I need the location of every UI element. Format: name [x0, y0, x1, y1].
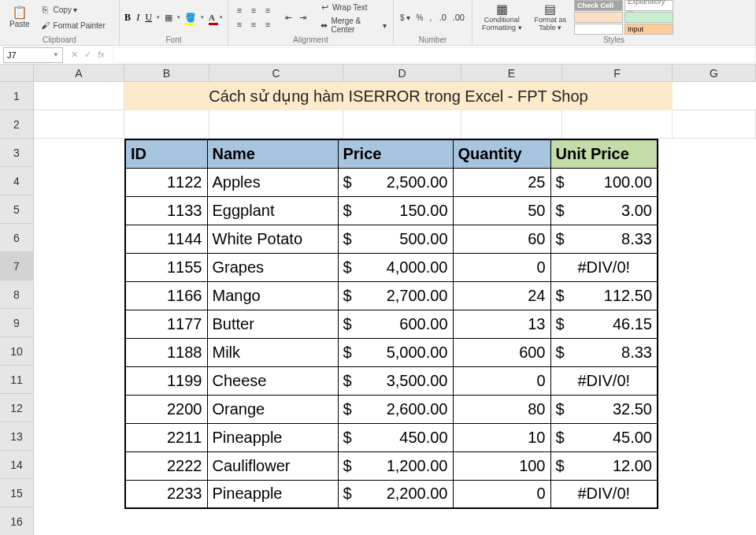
cell-quantity[interactable]: 60	[453, 225, 550, 253]
cell-quantity[interactable]: 0	[453, 253, 550, 281]
underline-dropdown[interactable]: ▾	[157, 14, 160, 20]
cell-price[interactable]: $1,200.00	[338, 451, 453, 480]
formula-input[interactable]	[113, 47, 756, 63]
currency-button[interactable]: $ ▾	[398, 13, 412, 23]
cell-id[interactable]: 1199	[125, 366, 207, 395]
cell-id[interactable]: 2233	[125, 480, 207, 508]
cell-name[interactable]: Cauliflower	[207, 451, 338, 480]
row-header[interactable]: 16	[0, 507, 33, 535]
cell-unit-price[interactable]: $46.15	[550, 310, 658, 338]
cell-unit-price[interactable]: $3.00	[550, 196, 658, 225]
cell-unit-price[interactable]: $45.00	[550, 423, 658, 451]
th-quantity[interactable]: Quantity	[453, 139, 550, 168]
align-top-icon[interactable]: ≡	[233, 4, 246, 17]
indent-dec-icon[interactable]: ⇤	[282, 11, 295, 24]
cell-price[interactable]: $3,500.00	[338, 366, 453, 395]
cell-quantity[interactable]: 10	[453, 423, 550, 451]
font-color-button[interactable]: A	[209, 11, 215, 24]
cell-name[interactable]: Pineapple	[207, 480, 338, 508]
cell-price[interactable]: $2,200.00	[338, 480, 453, 508]
style-input[interactable]: Input	[624, 24, 673, 35]
cell-quantity[interactable]: 0	[453, 366, 550, 395]
italic-button[interactable]: I	[135, 11, 140, 24]
row-header[interactable]: 3	[0, 139, 33, 167]
cell-price[interactable]: $500.00	[338, 225, 453, 253]
col-header[interactable]: D	[343, 65, 461, 81]
cell-price[interactable]: $2,600.00	[338, 395, 453, 423]
cell-name[interactable]: White Potato	[207, 225, 338, 253]
bold-button[interactable]: B	[124, 11, 131, 24]
cell-price[interactable]: $2,500.00	[338, 168, 453, 196]
name-box[interactable]: J7 ▼	[3, 47, 63, 63]
cond-format-label[interactable]: ConditionalFormatting ▾	[480, 15, 524, 32]
col-header[interactable]: G	[673, 65, 756, 81]
align-center-icon[interactable]: ≡	[247, 18, 260, 31]
cell[interactable]	[124, 110, 209, 138]
row-header[interactable]: 9	[0, 309, 33, 337]
cell-name[interactable]: Butter	[207, 310, 338, 338]
wrap-text-button[interactable]: ↩Wrap Text	[317, 0, 388, 14]
cell-name[interactable]: Orange	[207, 395, 338, 423]
cell[interactable]	[34, 82, 124, 110]
cell-unit-price[interactable]: #DIV/0!	[550, 480, 658, 508]
row-header[interactable]: 10	[0, 337, 33, 366]
cell-unit-price[interactable]: $32.50	[550, 395, 658, 423]
format-painter-button[interactable]: 🖌Format Painter	[38, 18, 107, 32]
row-header[interactable]: 12	[0, 394, 33, 422]
align-bot-icon[interactable]: ≡	[261, 4, 274, 17]
col-header[interactable]: B	[124, 65, 209, 81]
select-all-corner[interactable]	[0, 65, 34, 82]
format-table-label[interactable]: Format asTable ▾	[533, 15, 569, 32]
cell[interactable]	[209, 110, 343, 138]
cell-quantity[interactable]: 100	[453, 451, 550, 480]
cell-name[interactable]: Eggplant	[207, 196, 338, 225]
cell-id[interactable]: 2222	[125, 451, 207, 480]
cell-id[interactable]: 2211	[125, 423, 207, 451]
title-cell[interactable]: Cách sử dụng hàm ISERROR trong Excel - F…	[124, 82, 673, 110]
cell-id[interactable]: 1155	[125, 253, 207, 281]
cell-price[interactable]: $4,000.00	[338, 253, 453, 281]
cell-name[interactable]: Grapes	[207, 253, 338, 281]
cond-format-icon[interactable]: ▦	[495, 2, 508, 15]
merge-button[interactable]: ⬌Merge & Center ▾	[317, 16, 388, 35]
border-dropdown[interactable]: ▾	[177, 14, 180, 20]
style-normal[interactable]	[574, 24, 623, 35]
fill-color-button[interactable]: 🪣	[185, 11, 196, 24]
cell-price[interactable]: $600.00	[338, 310, 453, 338]
col-header[interactable]: F	[562, 65, 673, 81]
cell-unit-price[interactable]: $12.00	[550, 451, 658, 480]
cell[interactable]	[343, 110, 461, 138]
row-header[interactable]: 14	[0, 451, 33, 479]
row-header[interactable]: 1	[0, 82, 33, 110]
format-table-icon[interactable]: ▤	[544, 2, 557, 15]
percent-button[interactable]: %	[415, 13, 425, 23]
th-price[interactable]: Price	[338, 139, 453, 168]
border-button[interactable]: ▦	[165, 11, 172, 24]
fx-icon[interactable]: fx	[98, 50, 105, 60]
cell-name[interactable]: Apples	[207, 168, 338, 196]
cell-id[interactable]: 1144	[125, 225, 207, 253]
cell[interactable]	[461, 110, 562, 138]
font-color-dropdown[interactable]: ▾	[220, 14, 223, 20]
cell-price[interactable]: $450.00	[338, 423, 453, 451]
cell-name[interactable]: Cheese	[207, 366, 338, 395]
cell-quantity[interactable]: 24	[453, 281, 550, 310]
row-header[interactable]: 4	[0, 167, 33, 195]
chevron-down-icon[interactable]: ▼	[53, 51, 59, 58]
style-check-cell[interactable]: Check Cell	[574, 0, 623, 11]
style-good[interactable]	[624, 12, 673, 23]
row-header[interactable]: 2	[0, 110, 33, 139]
cell-unit-price[interactable]: $112.50	[550, 281, 658, 310]
comma-button[interactable]: ,	[428, 13, 433, 23]
paste-button[interactable]: Paste	[8, 19, 32, 29]
style-neutral[interactable]	[574, 12, 623, 23]
row-header[interactable]: 8	[0, 281, 33, 309]
decimal-inc-icon[interactable]: .0	[436, 11, 449, 24]
col-header[interactable]: E	[461, 65, 562, 81]
cells-area[interactable]: Cách sử dụng hàm ISERROR trong Excel - F…	[34, 82, 756, 139]
align-mid-icon[interactable]: ≡	[247, 4, 260, 17]
cell-quantity[interactable]: 25	[453, 168, 550, 196]
enter-icon[interactable]: ✓	[84, 50, 91, 60]
row-header[interactable]: 11	[0, 366, 33, 394]
cell-id[interactable]: 1177	[125, 310, 207, 338]
